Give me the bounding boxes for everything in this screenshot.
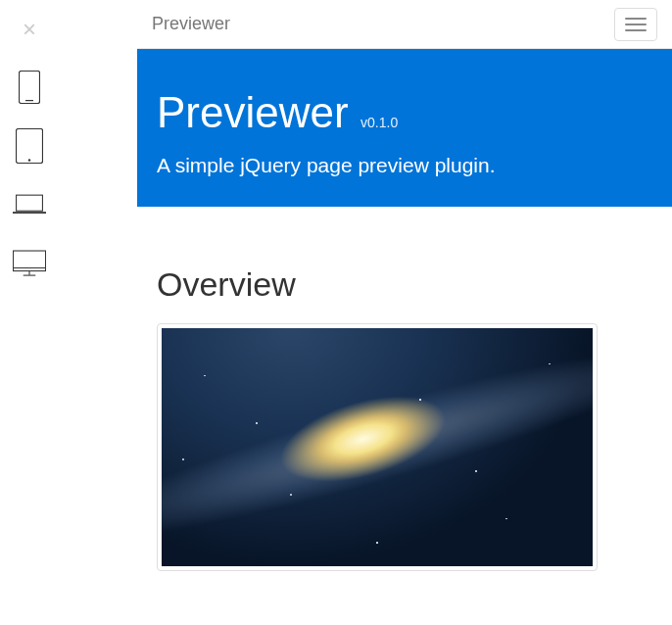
laptop-icon xyxy=(13,193,46,216)
svg-rect-1 xyxy=(25,100,33,101)
hero-banner: Previewer v0.1.0 A simple jQuery page pr… xyxy=(137,49,672,207)
phone-icon xyxy=(19,71,40,104)
close-icon[interactable]: × xyxy=(23,18,36,41)
hero-subtitle: A simple jQuery page preview plugin. xyxy=(157,151,652,179)
section-title: Overview xyxy=(157,265,652,304)
hero-version: v0.1.0 xyxy=(360,115,398,130)
preview-frame: Previewer Previewer v0.1.0 A simple jQue… xyxy=(137,0,672,625)
brand-link[interactable]: Previewer xyxy=(152,14,230,34)
svg-rect-0 xyxy=(20,72,40,104)
device-laptop-button[interactable] xyxy=(13,188,46,221)
menu-toggle[interactable] xyxy=(614,8,657,41)
device-tablet-button[interactable] xyxy=(13,129,46,163)
svg-rect-5 xyxy=(13,212,46,214)
tablet-icon xyxy=(16,128,43,164)
navbar: Previewer xyxy=(137,0,672,49)
device-desktop-button[interactable] xyxy=(13,247,46,280)
device-phone-button[interactable] xyxy=(13,71,46,104)
preview-thumbnail[interactable] xyxy=(157,323,598,571)
desktop-icon xyxy=(13,249,46,278)
hero-title: Previewer xyxy=(157,88,349,137)
hamburger-icon xyxy=(625,18,647,20)
main-content: Overview xyxy=(137,207,672,591)
device-sidebar: × xyxy=(0,0,59,625)
svg-rect-2 xyxy=(17,129,43,164)
svg-rect-4 xyxy=(17,195,43,211)
svg-point-3 xyxy=(28,159,30,161)
galaxy-image xyxy=(162,328,593,566)
